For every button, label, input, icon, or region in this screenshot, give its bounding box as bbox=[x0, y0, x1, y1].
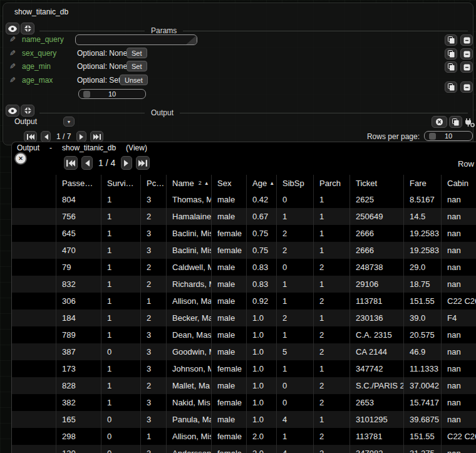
sort-asc-icon: ▲ bbox=[204, 180, 209, 186]
table-row[interactable]: 17313Johnson, Mfemale1.01134774211.1333n… bbox=[12, 360, 476, 377]
slider-handle[interactable] bbox=[429, 133, 436, 140]
output-collapse-button[interactable] bbox=[21, 105, 34, 117]
next-page-button[interactable] bbox=[121, 156, 132, 170]
table-pager: 1 / 4 bbox=[64, 156, 150, 170]
sort-order-badge: 2 bbox=[199, 180, 202, 186]
column-label: Cabin bbox=[447, 179, 468, 188]
column-header[interactable]: Passe… bbox=[56, 175, 101, 191]
table-row[interactable]: 38703Goodwin, Mmale1.052CA 214446.9nan bbox=[12, 343, 476, 360]
column-header[interactable]: SibSp bbox=[276, 175, 313, 191]
first-page-button[interactable] bbox=[24, 131, 37, 142]
close-button[interactable]: ✕ bbox=[14, 152, 27, 165]
node-panel: show_titanic_db Params ✎ name_query ✎ se… bbox=[3, 3, 473, 145]
age-min-remove-button[interactable] bbox=[460, 61, 473, 73]
table-cell: male bbox=[211, 411, 246, 428]
table-row[interactable]: 18412Becker, Mamale1.02123013639.0F4 bbox=[12, 310, 476, 326]
table-cell: 1 bbox=[313, 360, 349, 377]
table-cell: 1.0 bbox=[246, 394, 276, 411]
table-row[interactable]: 29801Allison, Misfemale2.012113781151.55… bbox=[12, 428, 476, 445]
table-row[interactable]: 78913Dean, Mastmale1.012C.A. 231520.575n… bbox=[12, 326, 476, 343]
table-cell: 20.575 bbox=[403, 326, 441, 343]
table-cell: 3 bbox=[140, 242, 166, 259]
table-cell: 2 bbox=[276, 310, 313, 326]
column-header[interactable]: Ticket bbox=[349, 175, 403, 191]
next-page-button[interactable] bbox=[76, 131, 86, 142]
column-header[interactable]: Age▲ bbox=[246, 175, 276, 191]
minus-icon bbox=[463, 37, 470, 44]
name-query-copy-button[interactable] bbox=[445, 34, 457, 46]
window-titlebar[interactable]: Output - show_titanic_db (View) bbox=[12, 142, 476, 154]
table-cell: 1 bbox=[101, 225, 140, 242]
name-query-remove-button[interactable] bbox=[460, 34, 473, 46]
table-cell: Nakid, Mis bbox=[166, 394, 211, 411]
table-cell: 3 bbox=[140, 411, 166, 428]
table-cell: 11.1333 bbox=[403, 360, 441, 377]
table-row[interactable]: 38213Nakid, Misfemale1.002265315.7417nan bbox=[12, 394, 476, 411]
age-max-slider[interactable]: 10 bbox=[78, 89, 146, 99]
close-icon: ✕ bbox=[18, 155, 23, 162]
params-collapse-button[interactable] bbox=[21, 23, 34, 34]
column-header[interactable]: Survi… bbox=[101, 175, 140, 191]
table-cell: 3 bbox=[140, 360, 166, 377]
output-dropdown-button[interactable]: ▼ bbox=[63, 117, 75, 127]
table-cell: 0.67 bbox=[246, 208, 276, 225]
age-max-unset-button[interactable]: Unset bbox=[120, 75, 148, 85]
edit-icon: ✎ bbox=[9, 49, 16, 58]
window-title-node: show_titanic_db bbox=[62, 143, 116, 152]
table-cell: 3 bbox=[140, 343, 166, 360]
table-row[interactable]: 64513Baclini, Misfemale0.7521266619.2583… bbox=[12, 225, 476, 242]
name-query-input[interactable] bbox=[75, 34, 197, 45]
column-header[interactable]: Pc… bbox=[140, 175, 166, 191]
table-row[interactable]: 83212Richards, Mmale0.83112910618.75nan bbox=[12, 276, 476, 293]
plug-icon[interactable] bbox=[464, 118, 475, 130]
copy-icon bbox=[448, 63, 455, 71]
window-title-view[interactable]: (View) bbox=[126, 143, 147, 152]
column-header[interactable]: Fare bbox=[403, 175, 441, 191]
first-page-button[interactable] bbox=[64, 156, 78, 170]
table-row[interactable]: 16503Panula, Mamale1.041310129539.6875na… bbox=[12, 411, 476, 428]
table-cell: 1.0 bbox=[246, 343, 276, 360]
column-header[interactable]: Cabin bbox=[441, 175, 476, 191]
table-cell: 2 bbox=[313, 445, 349, 453]
sex-query-copy-button[interactable] bbox=[445, 48, 457, 60]
table-cell: 0 bbox=[276, 259, 313, 276]
table-cell: 4 bbox=[276, 411, 313, 428]
column-header[interactable]: Parch bbox=[313, 175, 349, 191]
rows-per-page-slider[interactable]: 10 bbox=[424, 131, 473, 141]
table-cell: 306 bbox=[56, 293, 101, 310]
table-row[interactable]: 12003Anderssonfemale2.04234708231.275nan bbox=[12, 445, 476, 453]
slider-handle[interactable] bbox=[83, 91, 90, 98]
column-header[interactable]: Name2▲ bbox=[166, 175, 211, 191]
output-copy-button[interactable] bbox=[449, 116, 462, 128]
column-header[interactable]: Sex bbox=[211, 175, 246, 191]
age-max-remove-button[interactable] bbox=[460, 81, 473, 93]
table-cell: C22 C26 bbox=[441, 428, 476, 445]
age-min-copy-button[interactable] bbox=[445, 61, 457, 73]
table-cell: 2666 bbox=[349, 225, 403, 242]
table-row[interactable]: 7912Caldwell, Mmale0.830224873829.0nan bbox=[12, 259, 476, 276]
last-page-button[interactable] bbox=[90, 131, 103, 142]
output-visibility-button[interactable] bbox=[6, 105, 19, 117]
prev-page-button[interactable] bbox=[81, 156, 93, 170]
table-row[interactable]: 75612Hamalainemale0.671125064914.5nan bbox=[12, 208, 476, 225]
table-row[interactable]: 47013Baclini, Misfemale0.7521266619.2583… bbox=[12, 242, 476, 259]
table-cell: 46.9 bbox=[403, 343, 441, 360]
copy-icon bbox=[448, 83, 455, 91]
last-page-button[interactable] bbox=[136, 156, 150, 170]
prev-page-button[interactable] bbox=[41, 131, 51, 142]
table-cell: 0 bbox=[101, 343, 140, 360]
output-clear-button[interactable] bbox=[432, 116, 447, 128]
sex-query-remove-button[interactable] bbox=[460, 48, 473, 60]
column-label: Passe… bbox=[62, 179, 93, 188]
table-cell: 18.75 bbox=[403, 276, 441, 293]
table-row[interactable]: 30611Allison, Mamale0.9212113781151.55C2… bbox=[12, 293, 476, 310]
table-cell: nan bbox=[441, 343, 476, 360]
sex-query-set-button[interactable]: Set bbox=[127, 48, 147, 58]
table-row[interactable]: 80413Thomas, Mmale0.420126258.5167nan bbox=[12, 191, 476, 208]
table-cell: 3 bbox=[140, 191, 166, 208]
age-max-copy-button[interactable] bbox=[445, 81, 457, 93]
age-min-set-button[interactable]: Set bbox=[127, 61, 147, 71]
table-row[interactable]: 82812Mallet, Mamale1.002S.C./PARIS 2037.… bbox=[12, 377, 476, 394]
params-visibility-button[interactable] bbox=[6, 23, 19, 34]
copy-icon bbox=[448, 36, 455, 44]
